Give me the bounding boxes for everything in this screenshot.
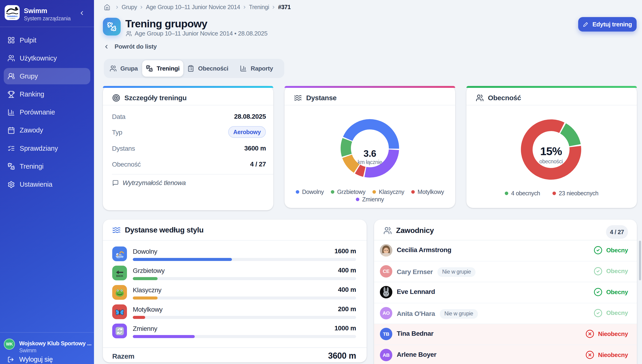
svg-text:BACK: BACK [116, 274, 123, 277]
svg-text:CLUB MANAGER: CLUB MANAGER [9, 18, 16, 19]
svg-text:SWIMMING: SWIMMING [7, 15, 18, 18]
